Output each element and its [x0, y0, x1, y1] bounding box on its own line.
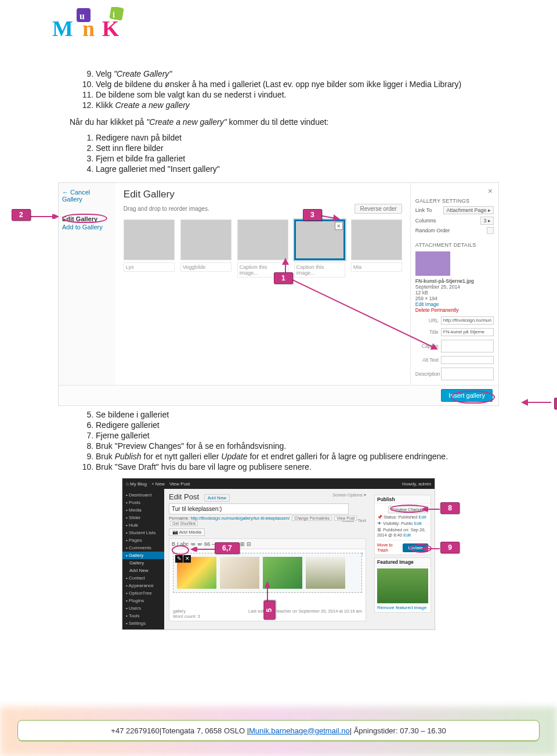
gallery-thumb[interactable]: Mia — [351, 219, 402, 278]
page-footer: +47 22679160 |Totengata 7, 0658 OSLO | M… — [17, 720, 540, 741]
sidebar-item[interactable]: • Posts — [122, 499, 164, 506]
publish-date-edit-link[interactable]: Edit — [403, 532, 411, 538]
sidebar-item[interactable]: • Pages — [122, 537, 164, 544]
toolbar-button[interactable]: ⊞ — [240, 541, 245, 547]
svg-line-8 — [289, 278, 437, 349]
post-title-input[interactable]: Tur til lekeplassen:) — [169, 503, 349, 514]
remove-featured-image-link[interactable]: Remove featured image — [377, 605, 428, 610]
thumb-caption-input[interactable]: Caption this image... — [294, 262, 345, 278]
gallery-thumb[interactable]: Lys — [124, 219, 175, 278]
alt-text-input[interactable] — [441, 356, 494, 364]
list-item: Bruk Publish for et nytt galleri eller U… — [96, 451, 516, 462]
highlight-gallery-controls — [172, 545, 189, 555]
ordered-list-b: Redigere navn på bildetSett inn flere bi… — [96, 132, 516, 174]
reorder-hint: Drag and drop to reorder images. — [124, 206, 209, 212]
get-shortlink-button[interactable]: Get Shortlink — [170, 521, 198, 526]
svg-text:i: i — [113, 10, 115, 19]
gallery-thumb — [220, 557, 259, 589]
toolbar-button[interactable]: ≔ — [190, 541, 196, 547]
change-permalinks-button[interactable]: Change Permalinks — [292, 516, 332, 521]
list-item: Se bildene i galleriet — [96, 409, 516, 420]
attachment-details-heading: ATTACHMENT DETAILS — [415, 242, 494, 248]
wp-admin-bar: ⌂ My Blog + New View Post Howdy, admin — [122, 478, 435, 489]
toolbar-button[interactable]: ≕ — [197, 541, 202, 547]
close-icon[interactable]: × — [488, 186, 493, 196]
sidebar-item[interactable]: • Appearance — [122, 582, 164, 589]
cancel-gallery-link[interactable]: Cancel Gallery — [62, 189, 112, 203]
footer-email-link[interactable]: Munik.barnehage@getmail.no — [249, 726, 350, 735]
move-to-trash-link[interactable]: Move to Trash — [377, 542, 403, 553]
sidebar-item[interactable]: • Dashboard — [122, 491, 164, 499]
random-order-checkbox[interactable] — [487, 227, 494, 234]
sidebar-item[interactable]: • Tools — [122, 612, 164, 620]
list-item: Velg de bildene du ønsker å ha med i gal… — [96, 79, 516, 89]
sidebar-item[interactable]: • Media — [122, 506, 164, 514]
title-input[interactable]: FN-kunst på Stjerne — [441, 328, 494, 336]
thumb-caption-input[interactable]: Mia — [351, 262, 402, 272]
gallery-thumb[interactable]: Caption this image... — [294, 219, 345, 278]
sidebar-item[interactable]: Gallery — [122, 559, 164, 567]
callout-4: 4 — [554, 398, 557, 409]
toolbar-button[interactable]: 66 — [204, 541, 210, 547]
description-input[interactable] — [441, 368, 494, 380]
gallery-thumb — [306, 557, 345, 589]
list-item: Fjern et bilde fra galleriet — [96, 153, 516, 164]
reverse-order-button[interactable]: Reverse order — [355, 204, 402, 214]
sidebar-item[interactable]: • Gallery — [122, 552, 164, 559]
toolbar-button[interactable]: ⊟ — [247, 541, 251, 547]
sidebar-item[interactable]: • Comments — [122, 544, 164, 552]
gallery-settings-heading: GALLERY SETTINGS — [415, 198, 494, 204]
callout-2: 2 — [12, 209, 31, 221]
caption-input[interactable] — [441, 340, 494, 352]
svg-text:MuniK: MuniK — [52, 16, 120, 41]
callout-6-7: 6,7 — [215, 542, 240, 554]
featured-image-preview[interactable] — [377, 568, 428, 603]
callout-1: 1 — [274, 272, 293, 284]
random-order-label: Random Order — [415, 228, 450, 233]
list-item: Redigere navn på bildet — [96, 132, 516, 143]
list-item: Lagre galleriet med "Insert gallery" — [96, 164, 516, 174]
sidebar-item[interactable]: • OptionTree — [122, 589, 164, 597]
text-tab[interactable]: Text — [357, 518, 366, 523]
sidebar-item[interactable]: • Huik — [122, 521, 164, 529]
attachment-thumbnail — [415, 251, 450, 276]
view-post-button[interactable]: View Post — [334, 516, 357, 521]
paragraph-intro: Når du har klikket på "Create a new gall… — [70, 117, 516, 127]
highlight-insert-gallery — [451, 391, 495, 404]
list-item: Sett inn flere bilder — [96, 143, 516, 153]
ordered-list-a: Velg "Create Gallery"Velg de bildene du … — [96, 69, 516, 110]
list-item: Bruk "Save Draft" hvis du bare vil lagre… — [96, 462, 516, 472]
sidebar-item[interactable]: • Student Lists — [122, 529, 164, 537]
status-edit-link[interactable]: Edit — [419, 514, 426, 520]
callout-5: 5 — [263, 601, 275, 620]
sidebar-item[interactable]: • Settings — [122, 620, 164, 627]
sidebar-item[interactable]: Add New — [122, 567, 164, 574]
sidebar-item[interactable]: • Plugins — [122, 597, 164, 604]
thumb-caption-input[interactable]: Lys — [124, 262, 175, 272]
url-input[interactable]: http://fbvdesign.no/mun — [441, 316, 494, 325]
screenshot-edit-post: ⌂ My Blog + New View Post Howdy, admin •… — [122, 478, 435, 630]
permalink-row: Permalink: http://fbvdesign.no/munik/gal… — [169, 516, 366, 526]
columns-select[interactable]: 3 ▸ — [480, 217, 494, 225]
gallery-block-controls[interactable]: ✎✕ — [175, 555, 191, 563]
sidebar-add-to-gallery[interactable]: Add to Gallery — [62, 224, 112, 231]
link-to-select[interactable]: Attachment Page ▸ — [443, 206, 494, 214]
visibility-edit-link[interactable]: Edit — [414, 521, 422, 526]
sidebar-item[interactable]: • Contact — [122, 574, 164, 582]
link-to-label: Link To — [415, 207, 432, 213]
gallery-thumb[interactable]: Veggbilde — [180, 219, 232, 278]
sidebar-item[interactable]: • Slider — [122, 514, 164, 521]
svg-text:u: u — [79, 11, 85, 21]
screen-options-toggle[interactable]: Screen Options ▾ — [332, 492, 366, 498]
add-media-button[interactable]: 📷 Add Media — [169, 528, 205, 536]
thumb-caption-input[interactable]: Veggbilde — [180, 262, 232, 272]
list-item: De bildene som ble valgt kan du se neder… — [96, 89, 516, 100]
columns-label: Columns — [415, 218, 436, 224]
sidebar-item[interactable]: • Users — [122, 604, 164, 612]
modal-title: Edit Gallery — [124, 189, 402, 200]
add-new-button[interactable]: Add New — [204, 494, 230, 502]
featured-image-metabox: Featured Image Remove featured image — [374, 557, 431, 613]
description-label: Description — [415, 371, 439, 377]
list-item: Redigere galleriet — [96, 420, 516, 430]
alt-text-label: Alt Text — [415, 357, 439, 363]
